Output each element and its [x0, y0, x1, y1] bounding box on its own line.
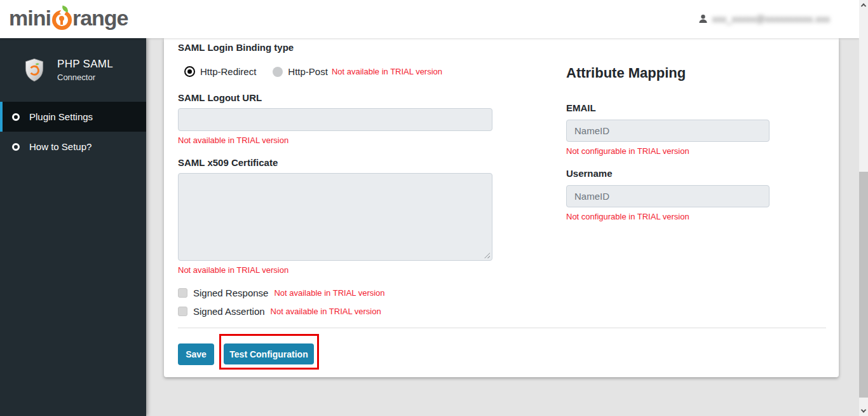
logout-url-trial-note: Not available in TRIAL version — [178, 135, 288, 145]
circle-icon — [12, 143, 20, 151]
logout-url-label: SAML Logout URL — [178, 92, 262, 103]
chevron-up-icon — [861, 3, 866, 8]
username-mapping-input[interactable] — [566, 185, 770, 207]
logo-text-mini: mini — [9, 6, 51, 31]
signed-assertion-checkbox[interactable] — [178, 307, 187, 316]
sidebar: PHP SAML Connector Plugin Settings How t… — [0, 38, 146, 416]
logout-url-input[interactable] — [178, 108, 492, 131]
resize-grip-icon[interactable] — [484, 253, 490, 258]
binding-type-label: SAML Login Binding type — [178, 42, 294, 53]
sidebar-item-plugin-settings[interactable]: Plugin Settings — [0, 102, 146, 132]
main-area: SAML Login Binding type Http-Redirect Ht… — [146, 38, 859, 416]
username-field-label: Username — [566, 168, 613, 179]
signed-assertion-row: Signed Assertion Not available in TRIAL … — [178, 306, 381, 317]
email-field-label: EMAIL — [566, 102, 596, 113]
plugin-brand: PHP SAML Connector — [0, 38, 146, 102]
scroll-up-button[interactable] — [859, 0, 868, 10]
binding-options: Http-Redirect Http-Post Not available in… — [184, 66, 442, 77]
save-button[interactable]: Save — [178, 343, 214, 365]
chevron-down-icon — [861, 407, 866, 412]
signed-response-label: Signed Response — [193, 288, 268, 298]
attribute-mapping-title: Attribute Mapping — [566, 65, 686, 81]
circle-icon — [12, 113, 20, 121]
app-window: mini range xxx_xxxxx@xxxxxxxxxx.xxx — [0, 0, 868, 416]
scrollbar-thumb[interactable] — [859, 172, 868, 398]
top-header: mini range xxx_xxxxx@xxxxxxxxxx.xxx — [0, 0, 859, 38]
miniorange-logo: mini range — [9, 6, 128, 31]
shield-icon — [24, 58, 44, 82]
signed-response-row: Signed Response Not available in TRIAL v… — [178, 288, 385, 298]
certificate-label: SAML x509 Certificate — [178, 157, 278, 168]
test-configuration-button[interactable]: Test Configuration — [224, 343, 314, 364]
http-post-radio[interactable] — [273, 67, 283, 77]
email-trial-note: Not configurable in TRIAL version — [566, 146, 689, 156]
lock-orange-icon — [52, 10, 72, 30]
sidebar-item-label: How to Setup? — [29, 141, 92, 152]
signed-assertion-trial-note: Not available in TRIAL version — [271, 307, 381, 316]
signed-response-checkbox[interactable] — [178, 288, 187, 298]
http-post-trial-note: Not available in TRIAL version — [332, 67, 442, 76]
certificate-textarea[interactable] — [178, 173, 492, 261]
username-trial-note: Not configurable in TRIAL version — [566, 212, 689, 221]
user-icon — [698, 14, 708, 24]
signed-assertion-label: Signed Assertion — [193, 306, 265, 317]
http-post-label: Http-Post — [288, 66, 328, 77]
http-redirect-radio[interactable] — [184, 66, 195, 77]
sidebar-item-how-to-setup[interactable]: How to Setup? — [0, 132, 146, 162]
certificate-trial-note: Not available in TRIAL version — [178, 265, 288, 275]
plugin-subtitle: Connector — [57, 73, 113, 82]
email-mapping-input[interactable] — [566, 120, 770, 142]
logged-in-email-blurred: xxx_xxxxx@xxxxxxxxxx.xxx — [712, 13, 830, 24]
settings-card: SAML Login Binding type Http-Redirect Ht… — [164, 38, 839, 377]
vertical-scrollbar[interactable] — [859, 0, 868, 416]
account-menu[interactable]: xxx_xxxxx@xxxxxxxxxx.xxx — [698, 13, 830, 24]
logo-text-range: range — [72, 6, 128, 31]
sidebar-item-label: Plugin Settings — [29, 111, 93, 122]
scroll-down-button[interactable] — [859, 406, 868, 416]
section-divider — [178, 328, 826, 328]
http-redirect-label: Http-Redirect — [200, 66, 256, 77]
signed-response-trial-note: Not available in TRIAL version — [274, 288, 384, 298]
plugin-title: PHP SAML — [57, 58, 113, 71]
annotation-highlight-box: Test Configuration — [219, 334, 319, 370]
